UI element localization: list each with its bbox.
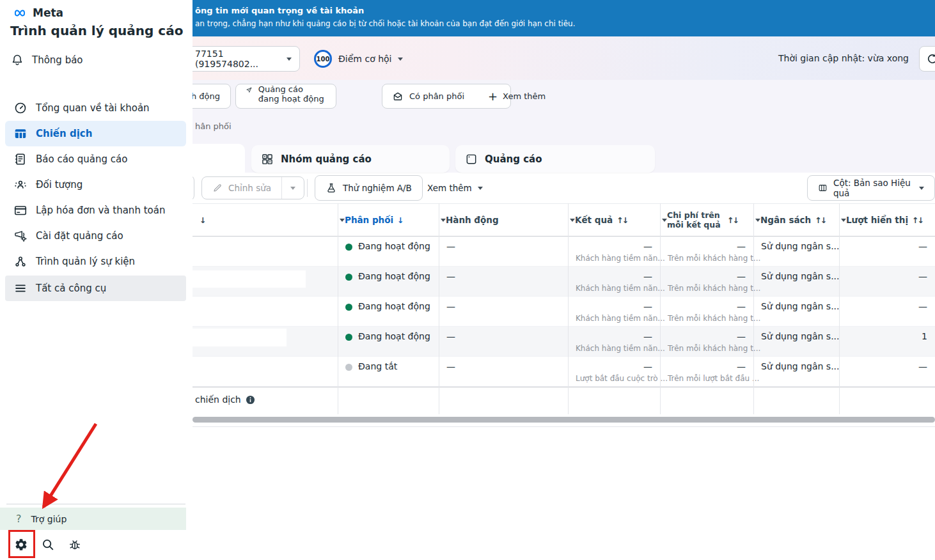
results-cell: —Khách hàng tiềm năn... [568,327,660,356]
redacted-name [192,270,306,288]
impressions-cell: — [839,237,935,266]
search-icon[interactable] [41,538,55,552]
status-dot-icon [345,334,352,341]
refresh-button[interactable] [919,46,935,72]
chevron-down-icon [287,58,292,61]
redacted-name [192,329,287,346]
flask-icon [326,182,337,194]
report-icon [13,152,28,166]
tab-ads[interactable]: Quảng cáo [455,145,655,173]
opportunity-score-ring: 100 [314,50,332,68]
tab-ad-sets[interactable]: Nhóm quảng cáo [251,145,450,173]
chevron-down-icon [398,58,403,61]
sidebar: Meta Trình quản lý quảng cáo Thông báo T… [0,0,192,560]
send-icon [246,84,253,96]
delivery-cell: Đang hoạt động [338,297,439,326]
edit-button[interactable]: Chỉnh sửa [202,177,281,199]
columns-button[interactable]: Cột: Bản sao Hiệu quả [807,175,935,201]
impressions-cell: 1 [839,327,935,356]
sidebar-divider [6,504,185,504]
edit-dropdown-button[interactable] [281,177,304,199]
cost-cell: —Trên mỗi khách hàng t... [660,327,753,356]
chevron-down-icon [290,187,295,190]
sidebar-item-billing[interactable]: Lập hóa đơn và thanh toán [5,198,186,223]
sort-icon: ↑↓ [617,215,627,225]
sort-icon: ↑↓ [815,215,826,225]
bug-icon[interactable] [68,538,82,552]
help-button[interactable]: ? Trợ giúp [0,508,186,530]
header-impressions[interactable]: Lượt hiển thị ↑↓ [839,204,935,236]
sidebar-item-events-manager[interactable]: Trình quản lý sự kiện [5,249,186,274]
annotation-highlight-box [8,530,35,558]
delivery-cell: Đang hoạt động [338,237,439,266]
action-cell: — [439,237,568,266]
sort-desc-icon: ↓ [200,215,205,225]
last-updated-label: Thời gian cập nhật: vừa xong [778,53,909,63]
sidebar-item-campaigns[interactable]: Chiến dịch [5,121,186,146]
chevron-down-icon [919,187,924,190]
campaign-name-cell [192,357,338,386]
banner-subtitle: an trọng, chẳng hạn như khi quảng cáo bị… [195,19,935,29]
sort-icon: ↑↓ [727,215,738,225]
table-row[interactable]: Đang hoạt động——Khách hàng tiềm năn...—T… [192,237,935,267]
delivery-cell: Đang tắt [338,357,439,386]
info-icon[interactable] [246,395,255,405]
filter-more-button[interactable]: + Xem thêm [488,84,546,109]
table-row[interactable]: Đang tắt——Lượt bắt đầu cuộc trò ...—Trên… [192,357,935,387]
cost-cell: —Trên mỗi lượt bắt đầu ... [660,357,753,386]
table-column-divider [568,203,569,414]
action-cell: — [439,327,568,356]
cost-cell: —Trên mỗi khách hàng t... [660,297,753,326]
results-cell: —Khách hàng tiềm năn... [568,267,660,296]
delivered-icon [392,91,404,102]
sidebar-item-all-tools[interactable]: Tất cả công cụ [5,276,186,301]
delivery-cell: Đang hoạt động [338,327,439,356]
sidebar-item-ads-reporting[interactable]: Báo cáo quảng cáo [5,146,186,172]
filter-chip-active-ads[interactable]: Quảng cáo đang hoạt động [235,84,336,109]
billing-icon [13,203,28,217]
edit-button-group[interactable]: Chỉnh sửa [201,176,304,199]
action-cell: — [439,297,568,326]
header-results[interactable]: Kết quả ↑↓ [568,204,673,236]
frame-icon [465,153,478,166]
header-cost-per-result[interactable]: Chi phí trên mỗi kết quả ↑↓ [660,204,766,236]
header-action[interactable]: Hành động [439,204,581,236]
audience-icon [13,178,28,192]
banner-title: ông tin mới quan trọng về tài khoản [195,6,935,16]
cost-cell: —Trên mỗi khách hàng t... [660,237,753,266]
table-column-divider [753,203,754,414]
header-budget[interactable]: Ngân sách ↑↓ [753,204,852,236]
campaign-name-cell [192,297,338,326]
status-dot-icon [345,304,352,311]
header-delivery[interactable]: Phân phối ↓ [338,204,452,236]
gauge-icon [13,101,28,115]
notifications-button[interactable]: Thông báo [11,54,83,66]
header-campaign-name[interactable]: ↓ [192,204,350,236]
results-cell: —Khách hàng tiềm năn... [568,297,660,326]
sidebar-item-audiences[interactable]: Đối tượng [5,172,186,198]
status-dot-icon [345,244,352,251]
table-row[interactable]: Đang hoạt động——Khách hàng tiềm năn...—T… [192,297,935,327]
meta-logo: Meta [10,6,63,19]
ab-test-button[interactable]: Thử nghiệm A/B [315,175,423,201]
status-dot-icon [345,364,352,371]
account-selector[interactable]: 77151 (919574802... [185,46,300,72]
impressions-cell: — [839,297,935,326]
impressions-cell: — [839,357,935,386]
horizontal-scrollbar[interactable] [192,417,935,423]
results-cell: —Lượt bắt đầu cuộc trò ... [568,357,660,386]
table-row[interactable]: Đang hoạt động——Khách hàng tiềm năn...—T… [192,267,935,297]
opportunity-score[interactable]: 100 Điểm cơ hội [314,50,403,68]
toolbar-more-button[interactable]: Xem thêm [427,175,483,201]
menu-icon [13,281,28,295]
campaign-name-cell [192,237,338,266]
table-column-divider [839,203,840,414]
delivery-cell: Đang hoạt động [338,267,439,296]
sidebar-item-account-overview[interactable]: Tổng quan về tài khoản [5,95,186,121]
question-icon: ? [16,513,22,525]
budget-cell: Sử dụng ngân s... [753,327,839,356]
campaigns-table: ↓ Phân phối ↓ Hành động Kết quả ↑↓ Chi p… [192,203,935,427]
campaign-name-cell [192,327,338,356]
table-row[interactable]: Đang hoạt động——Khách hàng tiềm năn...—T… [192,327,935,357]
sidebar-item-ad-settings[interactable]: Cài đặt quảng cáo [5,223,186,249]
